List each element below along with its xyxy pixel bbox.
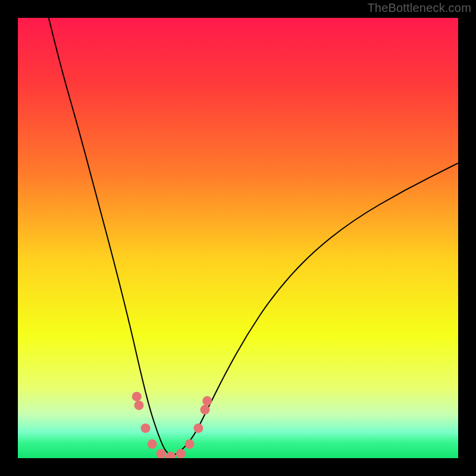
curve-marker <box>176 449 186 458</box>
curve-marker <box>193 424 203 433</box>
curve-layer <box>18 18 458 458</box>
curve-markers <box>132 392 212 458</box>
curve-marker <box>134 400 144 410</box>
curve-marker <box>201 405 210 415</box>
curve-marker <box>141 424 151 433</box>
plot-area <box>18 18 458 458</box>
curve-marker <box>202 396 212 406</box>
curve-marker <box>156 449 166 458</box>
curve-marker <box>148 439 157 449</box>
curve-marker <box>132 392 142 401</box>
chart-container: TheBottleneck.com <box>0 0 476 476</box>
curve-marker <box>185 439 195 449</box>
attribution-label: TheBottleneck.com <box>367 1 471 15</box>
bottleneck-curve <box>49 18 458 455</box>
